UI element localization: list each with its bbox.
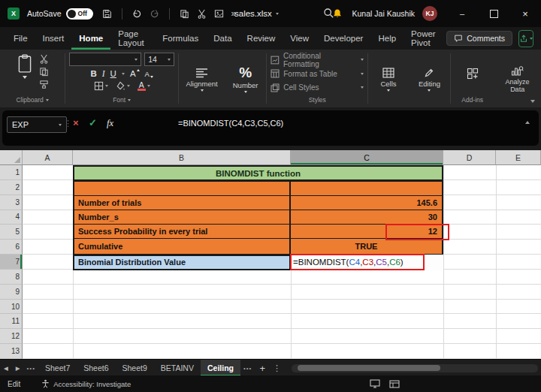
hidden-sheets-right-button[interactable]: ••• [243,365,252,372]
tab-insert[interactable]: Insert [35,27,72,50]
tab-file[interactable]: File [6,27,35,50]
display-settings-button[interactable] [370,379,380,388]
cell-styles-button[interactable]: Cell Styles [270,81,364,95]
clipboard-group-label[interactable]: Clipboard [16,95,48,106]
autosave-toggle[interactable]: Off [66,8,93,20]
tab-review[interactable]: Review [240,27,283,50]
row-header-1[interactable]: 1 [0,165,23,180]
underline-dropdown-icon[interactable] [122,73,125,75]
row-header-11[interactable]: 11 [0,314,23,329]
decrease-font-button[interactable]: A [145,70,153,78]
increase-font-button[interactable]: A [130,69,140,78]
underline-button[interactable]: U [110,69,116,78]
close-button[interactable]: × [509,0,541,27]
redo-button[interactable] [150,9,159,19]
hidden-sheets-left-button[interactable]: ••• [27,365,35,372]
formula-input[interactable]: =BINOMDIST(C4,C3,C5,C6) [178,119,283,128]
cell-c5[interactable]: 12 [291,225,442,239]
bold-button[interactable]: B [90,69,96,78]
user-name[interactable]: Kunal Jai Kaushik [352,9,415,18]
cut-button[interactable] [39,54,49,64]
column-header-b[interactable]: B [73,150,291,165]
cells-button[interactable]: Cells [379,53,397,106]
row-header-5[interactable]: 5 [0,225,23,240]
cell-b5[interactable]: Success Probability in every trial [74,225,291,239]
sheet-tab-sheet7[interactable]: Sheet7 [38,360,77,376]
font-name-select[interactable] [69,53,141,66]
tab-power-pivot[interactable]: Power Pivot [403,27,446,50]
tab-data[interactable]: Data [206,27,239,50]
addins-button[interactable] [465,53,480,95]
cell-c4[interactable]: 30 [291,210,442,225]
cell-c7-formula[interactable]: =BINOMDIST( C4 , C3 , C5 , C6 ) [291,255,443,270]
save-button[interactable] [102,9,112,19]
minimize-button[interactable]: – [446,0,478,27]
cell-b1-title[interactable]: BINOMDIST function [73,165,443,181]
next-sheet-button[interactable]: ▶ [16,365,20,372]
cut-button[interactable] [197,9,207,19]
borders-button[interactable] [94,81,108,91]
tab-developer[interactable]: Developer [316,27,370,50]
font-color-button[interactable]: A [138,81,150,91]
column-header-a[interactable]: A [23,150,73,165]
row-header-8[interactable]: 8 [0,270,23,285]
confirm-entry-button[interactable]: ✓ [89,118,97,128]
collapse-ribbon-button[interactable] [530,100,535,103]
row-header-9[interactable]: 9 [0,285,23,300]
insert-function-button[interactable]: fx [107,118,113,129]
row-header-2[interactable]: 2 [0,180,23,195]
column-header-c[interactable]: C [291,150,443,165]
row-header-4[interactable]: 4 [0,210,23,225]
row-header-6[interactable]: 6 [0,240,23,255]
accessibility-checker-button[interactable]: Accessibility: Investigate [41,379,131,388]
row-header-10[interactable]: 10 [0,300,23,315]
view-shortcuts-button[interactable] [389,380,400,388]
font-group-label[interactable]: Font [113,95,131,106]
tab-help[interactable]: Help [370,27,403,50]
picture-button[interactable] [214,9,224,19]
format-as-table-button[interactable]: Format as Table [270,67,364,81]
sheet-tab-sheet9[interactable]: Sheet9 [116,360,154,376]
cell-b7-result-label[interactable]: Binomial Distribution Value [73,255,291,270]
font-size-select[interactable]: 14 [144,53,174,66]
collapse-formula-bar-button[interactable] [525,121,530,124]
sheet-tab-betainv[interactable]: BETAINV [154,360,201,376]
horizontal-scrollbar-thumb[interactable] [298,365,440,371]
paste-button[interactable] [17,53,33,89]
cell-b4[interactable]: Number_s [74,210,291,225]
copy-button[interactable] [39,67,49,77]
user-avatar[interactable]: KJ [422,6,437,21]
tab-formulas[interactable]: Formulas [155,27,206,50]
row-header-13[interactable]: 13 [0,344,23,359]
row-header-12[interactable]: 12 [0,329,23,344]
tab-page-layout[interactable]: Page Layout [110,27,155,50]
maximize-button[interactable] [478,0,509,27]
cell-c2[interactable] [291,182,442,196]
alignment-button[interactable]: Alignment [184,53,219,106]
cell-c3[interactable]: 145.6 [291,196,442,210]
analyze-data-button[interactable]: Analyze Data [497,53,537,106]
cancel-entry-button[interactable]: × [73,118,79,128]
share-button[interactable] [518,30,533,47]
tab-view[interactable]: View [283,27,316,50]
italic-button[interactable]: I [102,69,105,78]
sheet-list-menu-button[interactable]: ⋮ [273,363,281,373]
cell-c6[interactable]: TRUE [291,239,442,253]
tab-home[interactable]: Home [71,27,110,50]
select-all-corner[interactable] [0,150,23,165]
sheet-tab-sheet6[interactable]: Sheet6 [77,360,115,376]
add-sheet-button[interactable]: + [259,363,265,374]
document-title[interactable]: sales.xlsx [234,0,279,27]
row-header-3[interactable]: 3 [0,195,23,210]
undo-button[interactable] [132,9,142,19]
cell-b2[interactable] [74,182,291,196]
conditional-formatting-button[interactable]: Conditional Formatting [270,53,364,67]
horizontal-scrollbar[interactable] [292,364,538,372]
sheet-tab-ceiling-active[interactable]: Ceiling [201,360,240,376]
number-format-button[interactable]: % Number [231,53,260,106]
previous-sheet-button[interactable]: ◀ [4,365,8,372]
column-header-d[interactable]: D [443,150,496,165]
editing-button[interactable]: Editing [417,53,442,106]
fill-color-button[interactable] [116,81,130,91]
row-header-7[interactable]: 7 [0,255,23,270]
